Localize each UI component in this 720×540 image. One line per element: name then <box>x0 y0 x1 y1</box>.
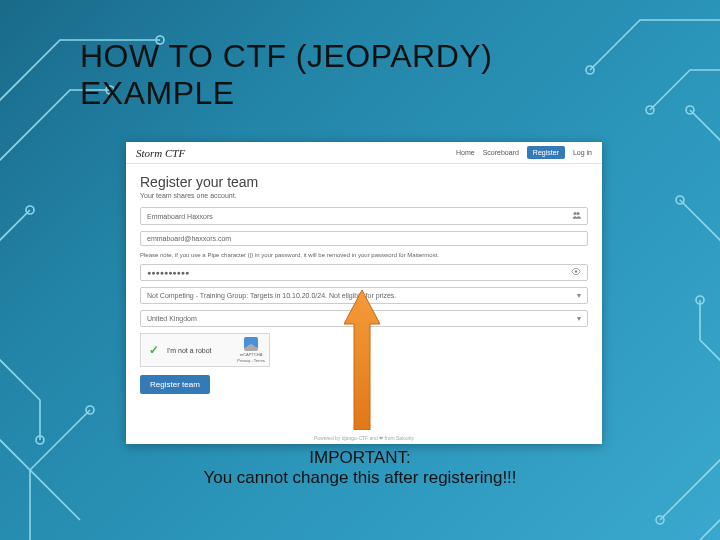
svg-point-11 <box>574 212 577 215</box>
email-value: emmaboard@haxxors.com <box>147 235 231 242</box>
callout-arrow-icon <box>344 290 380 430</box>
recaptcha-brand: reCAPTCHA <box>237 352 265 357</box>
page-footer: Powered by django-CTF and ❤ from Sakurit… <box>126 435 602 441</box>
team-name-input[interactable]: Emmaboard Haxxors <box>140 207 588 225</box>
callout-text: IMPORTANT: You cannot change this after … <box>0 448 720 488</box>
nav-register[interactable]: Register <box>527 146 565 159</box>
register-button[interactable]: Register team <box>140 375 210 394</box>
page-subheading: Your team shares one account. <box>140 192 588 199</box>
password-note: Please note, if you use a Pipe character… <box>140 252 588 258</box>
page-heading: Register your team <box>140 174 588 190</box>
svg-point-9 <box>696 296 704 304</box>
title-line-2: EXAMPLE <box>80 75 235 111</box>
svg-point-12 <box>577 212 580 215</box>
svg-point-3 <box>36 436 44 444</box>
recaptcha-terms: Privacy - Terms <box>237 358 265 363</box>
svg-point-10 <box>656 516 664 524</box>
nav-scoreboard[interactable]: Scoreboard <box>483 149 519 156</box>
chevron-down-icon: ▾ <box>577 314 581 323</box>
svg-point-6 <box>646 106 654 114</box>
users-icon <box>572 211 581 221</box>
recaptcha-badge: reCAPTCHA Privacy - Terms <box>237 337 265 363</box>
recaptcha[interactable]: ✓ I'm not a robot reCAPTCHA Privacy - Te… <box>140 333 270 367</box>
brand: Storm CTF <box>136 147 185 159</box>
svg-point-7 <box>686 106 694 114</box>
navbar: Storm CTF Home Scoreboard Register Log i… <box>126 142 602 164</box>
nav-links: Home Scoreboard Register Log in <box>456 146 592 159</box>
checkmark-icon: ✓ <box>147 343 161 357</box>
password-value: ●●●●●●●●●● <box>147 269 189 276</box>
callout-line-1: IMPORTANT: <box>0 448 720 468</box>
recaptcha-icon <box>244 337 258 351</box>
nav-login[interactable]: Log in <box>573 149 592 156</box>
svg-point-13 <box>575 270 578 273</box>
nav-home[interactable]: Home <box>456 149 475 156</box>
svg-point-4 <box>86 406 94 414</box>
chevron-down-icon: ▾ <box>577 291 581 300</box>
team-name-value: Emmaboard Haxxors <box>147 213 213 220</box>
country-value: United Kingdom <box>147 315 197 322</box>
captcha-label: I'm not a robot <box>167 347 212 354</box>
title-line-1: HOW TO CTF (JEOPARDY) <box>80 38 492 74</box>
email-input[interactable]: emmaboard@haxxors.com <box>140 231 588 246</box>
password-input[interactable]: ●●●●●●●●●● <box>140 264 588 281</box>
eye-icon[interactable] <box>571 268 581 277</box>
svg-point-8 <box>676 196 684 204</box>
svg-point-2 <box>26 206 34 214</box>
slide-title: HOW TO CTF (JEOPARDY) EXAMPLE <box>80 38 492 112</box>
callout-line-2: You cannot change this after registering… <box>0 468 720 488</box>
svg-point-5 <box>586 66 594 74</box>
